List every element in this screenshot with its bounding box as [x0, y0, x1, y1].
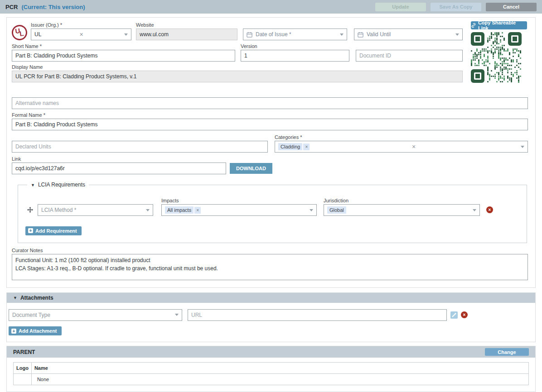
website-input	[136, 29, 237, 40]
valid-until-caret-icon[interactable]	[455, 33, 459, 36]
jurisdiction-caret-icon[interactable]	[473, 209, 476, 211]
category-tag-remove-icon[interactable]: ×	[303, 143, 310, 150]
categories-clear-icon[interactable]: ×	[412, 143, 416, 150]
version-input[interactable]	[241, 50, 349, 62]
download-button[interactable]: DOWNLOAD	[230, 163, 272, 174]
attachments-header[interactable]: ▼ Attachments	[7, 293, 535, 303]
jurisdiction-select[interactable]: Global	[324, 204, 480, 216]
display-name-label: Display Name	[12, 64, 463, 70]
document-type-placeholder: Document Type	[12, 312, 50, 318]
category-tag: Cladding	[278, 143, 302, 150]
valid-until-picker[interactable]: Valid Until	[354, 29, 463, 40]
declared-units-input[interactable]	[12, 141, 268, 153]
impacts-multiselect[interactable]: All impacts ×	[161, 204, 317, 216]
categories-multiselect[interactable]: Cladding × ×	[275, 141, 528, 153]
lcia-method-caret-icon[interactable]	[146, 209, 150, 211]
attachments-title: Attachments	[20, 295, 53, 301]
impacts-caret-icon[interactable]	[310, 209, 313, 211]
issuer-caret-icon[interactable]	[124, 33, 128, 36]
document-type-select[interactable]: Document Type	[9, 309, 182, 321]
date-of-issue-caret-icon[interactable]	[340, 33, 344, 36]
jurisdiction-label: Jurisdiction	[324, 198, 480, 203]
categories-caret-icon[interactable]	[521, 146, 524, 148]
short-name-input[interactable]	[12, 50, 235, 62]
valid-until-placeholder: Valid Until	[367, 31, 391, 38]
issuer-label: Issuer (Org.) *	[31, 22, 131, 28]
parent-name-cell: None	[31, 374, 528, 385]
lcia-collapse-icon[interactable]: ▼	[31, 183, 35, 187]
attachment-url-input[interactable]	[188, 309, 447, 321]
cancel-button[interactable]: Cancel	[486, 3, 537, 11]
save-as-copy-button[interactable]: Save As Copy	[431, 3, 481, 11]
add-attachment-button[interactable]: + Add Attachment	[9, 326, 62, 335]
remove-requirement-icon[interactable]: ×	[486, 206, 493, 213]
parent-col-logo: Logo	[14, 363, 32, 374]
edit-attachment-icon[interactable]	[450, 311, 458, 319]
version-status: (Current: This version)	[21, 4, 85, 10]
parent-card: PARENT Change Logo Name None	[6, 346, 536, 392]
issuer-select[interactable]: UL ×	[31, 29, 131, 40]
formal-name-label: Formal Name *	[12, 112, 528, 118]
categories-label: Categories *	[275, 134, 528, 140]
change-parent-button[interactable]: Change	[485, 348, 529, 356]
ul-logo: UL	[11, 24, 28, 41]
pcr-form-card: Copy Shareable Link UL Issuer (Org.) * U…	[6, 17, 536, 288]
lcia-method-select[interactable]: LCIA Method *	[38, 204, 153, 216]
curator-notes-label: Curator Notes	[12, 248, 528, 253]
date-of-issue-placeholder: Date of Issue *	[256, 31, 291, 38]
jurisdiction-tag: Global	[327, 206, 346, 214]
copy-shareable-link-button[interactable]: Copy Shareable Link	[471, 21, 527, 29]
date-of-issue-picker[interactable]: Date of Issue *	[243, 29, 347, 40]
qr-code	[471, 32, 522, 83]
issuer-value: UL	[34, 31, 41, 38]
remove-attachment-icon[interactable]: ×	[461, 311, 468, 318]
lcia-requirements-section: ▼LCIA Requirements LCIA Method * Impacts…	[18, 182, 527, 243]
lcia-section-title: LCIA Requirements	[38, 182, 85, 188]
document-id-input[interactable]	[356, 50, 463, 62]
impacts-tag: All impacts	[165, 206, 194, 214]
parent-table: Logo Name None	[13, 362, 529, 385]
issuer-clear-icon[interactable]: ×	[80, 31, 83, 38]
impacts-label: Impacts	[161, 198, 317, 203]
page-header: PCR (Current: This version) Update Save …	[0, 0, 542, 14]
lcia-method-placeholder: LCIA Method *	[41, 207, 76, 213]
link-label: Link	[12, 156, 272, 162]
formal-name-input[interactable]	[12, 119, 528, 130]
add-requirement-button[interactable]: + Add Requirement	[25, 226, 82, 235]
link-icon	[471, 23, 476, 28]
document-type-caret-icon[interactable]	[175, 314, 179, 316]
website-label: Website	[136, 22, 237, 28]
parent-title: PARENT	[13, 349, 35, 355]
drag-handle-icon[interactable]	[27, 207, 33, 213]
update-button[interactable]: Update	[375, 3, 426, 11]
attachments-card: ▼ Attachments Document Type × + Add Atta…	[6, 292, 536, 343]
version-label: Version	[241, 43, 349, 49]
parent-row[interactable]: None	[14, 374, 529, 385]
plus-icon: +	[28, 228, 33, 233]
parent-header: PARENT Change	[7, 346, 535, 358]
calendar-icon	[358, 32, 363, 38]
impacts-tag-remove-icon[interactable]: ×	[194, 207, 201, 214]
parent-logo-cell	[14, 374, 32, 385]
short-name-label: Short Name *	[12, 43, 235, 49]
parent-col-name: Name	[31, 363, 528, 374]
alternative-names-input[interactable]	[12, 97, 528, 109]
display-name-input	[12, 71, 463, 82]
calendar-icon	[247, 32, 252, 38]
attachments-collapse-icon[interactable]: ▼	[13, 296, 17, 300]
curator-notes-textarea[interactable]: Functional Unit: 1 m2 (100 ft2 optional)…	[12, 254, 528, 280]
plus-icon: +	[11, 329, 16, 334]
page-title: PCR	[5, 4, 18, 10]
link-input[interactable]	[12, 163, 226, 174]
